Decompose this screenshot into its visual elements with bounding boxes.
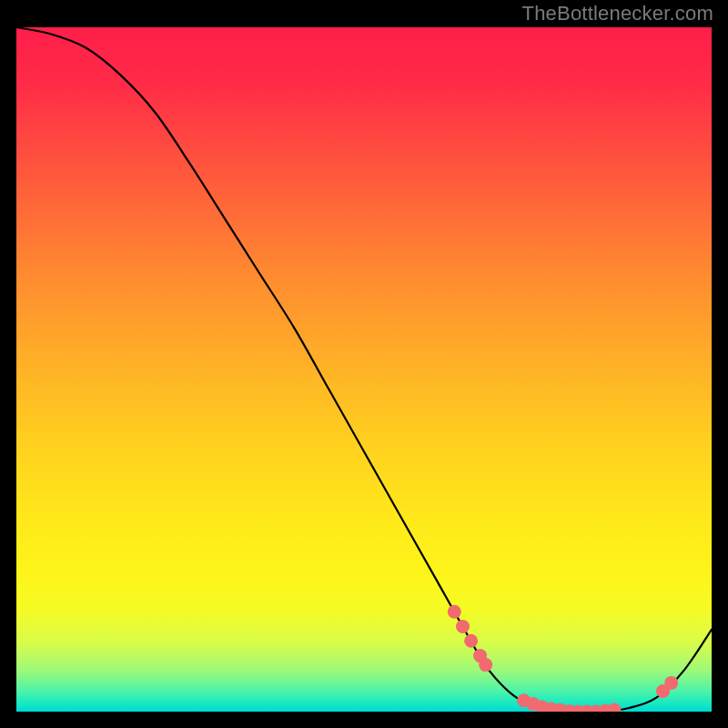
attribution-label: TheBottlenecker.com: [522, 2, 713, 25]
main-curve: [16, 27, 712, 712]
data-point-icon: [664, 676, 678, 690]
dots-layer: [448, 605, 678, 712]
chart-svg: [16, 27, 712, 712]
data-point-icon: [448, 605, 461, 619]
data-point-icon: [456, 620, 470, 633]
data-point-icon: [608, 703, 622, 712]
data-point-icon: [464, 634, 478, 648]
curve-layer: [16, 27, 712, 712]
chart-container: TheBottlenecker.com: [0, 0, 728, 728]
data-point-icon: [479, 658, 492, 672]
plot-area: [16, 27, 712, 712]
